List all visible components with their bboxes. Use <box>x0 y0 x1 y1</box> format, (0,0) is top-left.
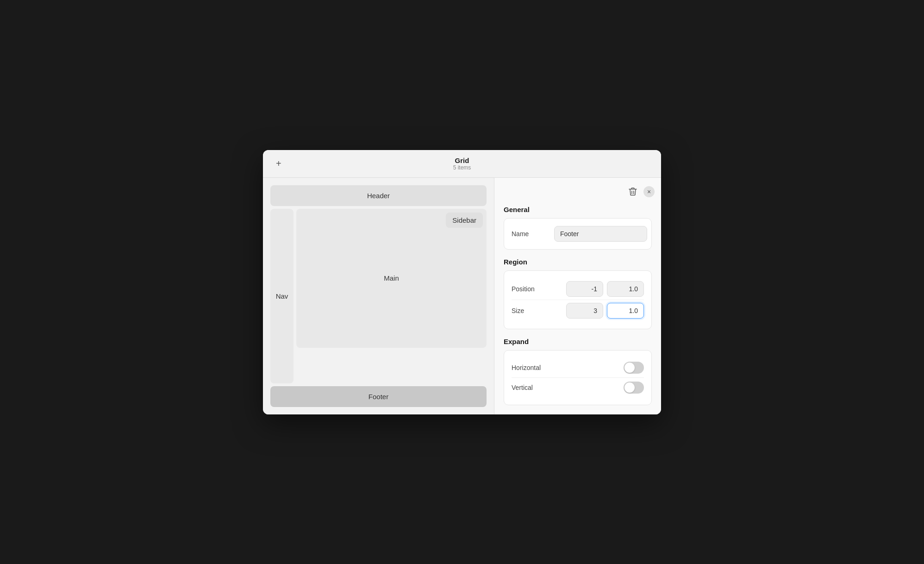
expand-section-title: Expand <box>504 338 652 345</box>
grid-footer-cell[interactable]: Footer <box>270 386 487 407</box>
grid-main-cell[interactable]: Main <box>296 209 487 348</box>
dialog: + Grid 5 items Header Nav <box>263 150 661 414</box>
grid-header-cell[interactable]: Header <box>270 185 487 206</box>
expand-section: Expand Horizontal Vertical <box>504 338 652 405</box>
grid-layout: Header Nav Sidebar Main <box>270 185 487 407</box>
grid-middle-row: Nav Sidebar Main <box>270 209 487 383</box>
size-x-input[interactable] <box>566 303 603 319</box>
horizontal-label: Horizontal <box>512 364 541 371</box>
delete-button[interactable] <box>626 184 640 199</box>
position-label: Position <box>512 285 549 293</box>
horizontal-toggle-row: Horizontal <box>512 358 644 377</box>
size-inputs <box>554 303 644 319</box>
vertical-toggle[interactable] <box>624 382 644 394</box>
dialog-body: Header Nav Sidebar Main <box>263 178 661 414</box>
name-field-row: Name <box>512 226 644 242</box>
horizontal-toggle[interactable] <box>624 362 644 374</box>
dialog-subtitle: 5 items <box>453 164 471 171</box>
expand-card: Horizontal Vertical <box>504 350 652 405</box>
right-panel: × General Name Region P <box>494 178 661 414</box>
size-label: Size <box>512 307 549 314</box>
grid-nav-cell[interactable]: Nav <box>270 209 293 383</box>
region-section: Region Position Size <box>504 258 652 329</box>
region-card: Position Size <box>504 270 652 329</box>
grid-main-wrapper: Sidebar Main <box>296 209 487 383</box>
close-button[interactable]: × <box>643 186 655 197</box>
position-y-input[interactable] <box>607 281 644 297</box>
right-panel-actions: × <box>626 184 655 199</box>
position-inputs <box>554 281 644 297</box>
general-card: Name <box>504 218 652 250</box>
position-x-input[interactable] <box>566 281 603 297</box>
grid-sidebar-cell[interactable]: Sidebar <box>446 213 483 228</box>
vertical-label: Vertical <box>512 384 533 391</box>
dialog-title-area: Grid 5 items <box>453 157 471 171</box>
name-input[interactable] <box>554 226 647 242</box>
right-content: General Name Region Position <box>504 206 652 405</box>
position-row: Position <box>512 278 644 300</box>
size-row: Size <box>512 300 644 321</box>
general-section-title: General <box>504 206 652 213</box>
region-section-title: Region <box>504 258 652 266</box>
name-label: Name <box>512 230 549 238</box>
dialog-header: + Grid 5 items <box>263 150 661 178</box>
add-button[interactable]: + <box>272 157 285 171</box>
vertical-toggle-row: Vertical <box>512 377 644 397</box>
dialog-title: Grid <box>453 157 471 164</box>
left-panel: Header Nav Sidebar Main <box>263 178 494 414</box>
delete-icon <box>629 187 637 196</box>
size-y-input[interactable] <box>607 303 644 319</box>
